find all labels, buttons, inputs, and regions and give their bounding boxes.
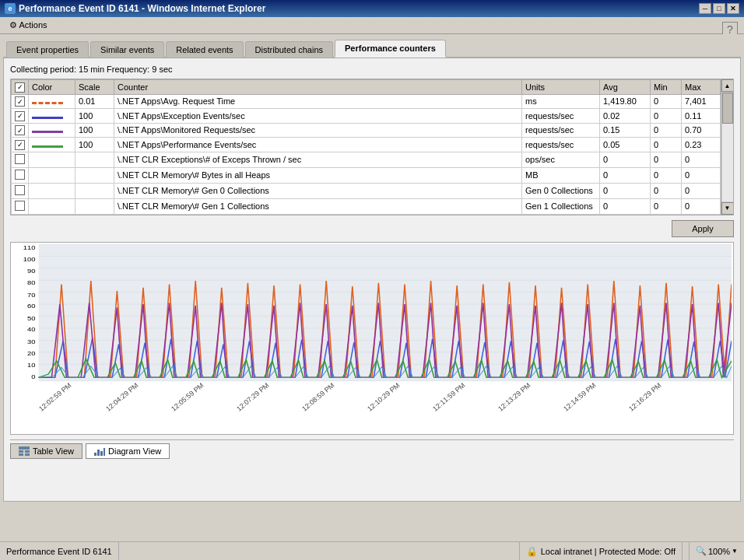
zoom-chevron-icon[interactable]: ▼ <box>732 548 738 555</box>
main-container: Event properties Similar events Related … <box>0 34 744 521</box>
max-cell: 0 <box>682 152 721 167</box>
units-cell: Gen 1 Collections <box>522 198 600 214</box>
avg-cell: 0 <box>600 183 651 198</box>
diagram-view-label: Diagram View <box>108 446 161 456</box>
status-app-name: Performance Event ID 6141 <box>6 547 112 556</box>
min-cell: 0 <box>651 109 682 124</box>
min-cell: 0 <box>651 167 682 183</box>
scale-cell: 100 <box>75 138 114 152</box>
scroll-down-button[interactable]: ▼ <box>721 202 734 215</box>
color-cell <box>29 123 75 138</box>
status-zone: Local intranet | Protected Mode: Off <box>541 547 676 556</box>
tab-event-properties[interactable]: Event properties <box>6 41 89 58</box>
row-checkbox-5[interactable] <box>15 170 25 180</box>
units-cell: ops/sec <box>522 152 600 167</box>
table-view-tab[interactable]: Table View <box>10 443 82 459</box>
zoom-icon: 🔍 <box>696 546 707 556</box>
diagram-view-icon <box>94 446 105 456</box>
tab-performance-counters[interactable]: Performance counters <box>335 40 446 58</box>
avg-cell: 0.02 <box>600 109 651 124</box>
app-icon: e <box>5 3 16 14</box>
apply-button[interactable]: Apply <box>672 220 734 237</box>
row-checkbox-6[interactable] <box>15 185 25 195</box>
row-checkbox-3[interactable]: ✓ <box>15 140 25 150</box>
row-checkbox-0[interactable]: ✓ <box>15 96 25 107</box>
max-cell: 0.23 <box>682 138 721 152</box>
col-header-counter[interactable]: Counter <box>114 80 522 95</box>
units-cell: requests/sec <box>522 138 600 152</box>
svg-rect-27 <box>19 453 23 456</box>
table-header-row: ✓ Color Scale Counter Units Avg Min Max <box>12 80 721 95</box>
app-name-status: Performance Event ID 6141 <box>0 542 119 560</box>
avg-cell: 0.15 <box>600 123 651 138</box>
scroll-up-button[interactable]: ▲ <box>721 79 734 92</box>
color-cell <box>29 109 75 124</box>
avg-cell: 0.05 <box>600 138 651 152</box>
counters-table: ✓ Color Scale Counter Units Avg Min Max … <box>11 79 721 215</box>
lock-icon: 🔒 <box>526 546 538 557</box>
svg-rect-26 <box>25 450 30 453</box>
max-cell: 0 <box>682 198 721 214</box>
svg-text:90: 90 <box>27 267 36 274</box>
col-header-color[interactable]: Color <box>29 80 75 95</box>
svg-rect-24 <box>19 446 30 450</box>
window-title: Performance Event ID 6141 - Windows Inte… <box>19 3 265 14</box>
counter-cell: \.NET Apps\Performance Events/sec <box>114 138 522 152</box>
row-checkbox-4[interactable] <box>15 154 25 164</box>
col-header-units[interactable]: Units <box>522 80 600 95</box>
col-header-max[interactable]: Max <box>682 80 721 95</box>
zoom-status: 🔍 100% ▼ <box>689 542 744 560</box>
svg-text:40: 40 <box>27 326 36 333</box>
close-button[interactable]: ✕ <box>727 3 739 14</box>
x-axis-labels: 12:02:59 PM 12:04:29 PM 12:05:59 PM 12:0… <box>12 405 732 433</box>
avg-cell: 0 <box>600 152 651 167</box>
svg-rect-30 <box>97 450 100 456</box>
scroll-thumb[interactable] <box>722 93 733 124</box>
table-scrollbar[interactable]: ▲ ▼ <box>721 79 733 215</box>
scale-cell <box>75 167 114 183</box>
counter-cell: \.NET Apps\Avg. Request Time <box>114 94 522 109</box>
tab-similar-events[interactable]: Similar events <box>90 41 164 58</box>
title-bar: e Performance Event ID 6141 - Windows In… <box>0 0 744 17</box>
table-row: ✓100\.NET Apps\Performance Events/secreq… <box>12 138 721 152</box>
actions-menu[interactable]: ⚙ Actions <box>3 19 54 32</box>
select-all-checkbox[interactable]: ✓ <box>15 82 25 93</box>
table-body: ✓0.01\.NET Apps\Avg. Request Timems1,419… <box>12 94 721 214</box>
units-cell: requests/sec <box>522 123 600 138</box>
min-cell: 0 <box>651 183 682 198</box>
col-header-scale[interactable]: Scale <box>75 80 114 95</box>
color-cell <box>29 198 75 214</box>
status-bar: Performance Event ID 6141 🔒 Local intran… <box>0 541 744 560</box>
tab-related-events[interactable]: Related events <box>166 41 243 58</box>
row-checkbox-1[interactable]: ✓ <box>15 111 25 121</box>
restore-button[interactable]: □ <box>713 3 725 14</box>
table-view-icon <box>19 446 30 456</box>
max-cell: 0.11 <box>682 109 721 124</box>
menu-bar: ⚙ Actions ? <box>0 17 744 34</box>
row-checkbox-7[interactable] <box>15 201 25 211</box>
counter-cell: \.NET Apps\Monitored Requests/sec <box>114 123 522 138</box>
row-checkbox-2[interactable]: ✓ <box>15 125 25 135</box>
y-axis: 110 100 90 80 70 60 50 40 30 20 10 0 <box>23 244 36 380</box>
scale-cell <box>75 183 114 198</box>
scale-cell <box>75 198 114 214</box>
view-tabs: Table View Diagram View <box>10 439 734 459</box>
col-header-avg[interactable]: Avg <box>600 80 651 95</box>
counter-cell: \.NET CLR Exceptions\# of Exceps Thrown … <box>114 152 522 167</box>
avg-cell: 1,419.80 <box>600 94 651 109</box>
tab-distributed-chains[interactable]: Distributed chains <box>245 41 333 58</box>
col-header-checkbox: ✓ <box>12 80 29 95</box>
table-row: \.NET CLR Memory\# Gen 1 CollectionsGen … <box>12 198 721 214</box>
svg-text:0: 0 <box>31 373 35 380</box>
col-header-min[interactable]: Min <box>651 80 682 95</box>
max-cell: 0 <box>682 167 721 183</box>
scale-cell <box>75 152 114 167</box>
diagram-view-tab[interactable]: Diagram View <box>86 443 170 459</box>
table-row: ✓0.01\.NET Apps\Avg. Request Timems1,419… <box>12 94 721 109</box>
max-cell: 7,401 <box>682 94 721 109</box>
color-cell <box>29 152 75 167</box>
minimize-button[interactable]: ─ <box>699 3 711 14</box>
units-cell: requests/sec <box>522 109 600 124</box>
min-cell: 0 <box>651 152 682 167</box>
max-cell: 0.70 <box>682 123 721 138</box>
